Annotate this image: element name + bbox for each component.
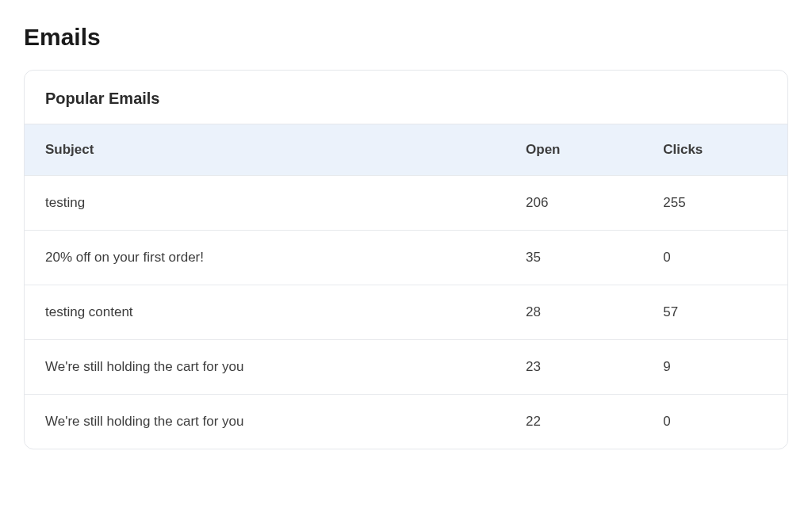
page-title: Emails — [24, 24, 788, 51]
emails-table: Subject Open Clicks testing 206 255 20% … — [25, 124, 787, 449]
cell-open: 28 — [505, 285, 642, 340]
cell-subject: We're still holding the cart for you — [25, 340, 505, 395]
cell-open: 35 — [505, 231, 642, 285]
table-row[interactable]: testing content 28 57 — [25, 285, 787, 340]
cell-clicks: 9 — [642, 340, 787, 395]
cell-clicks: 57 — [642, 285, 787, 340]
cell-open: 206 — [505, 176, 642, 231]
cell-open: 22 — [505, 395, 642, 449]
column-header-open: Open — [505, 124, 642, 176]
cell-subject: testing content — [25, 285, 505, 340]
table-row[interactable]: testing 206 255 — [25, 176, 787, 231]
table-row[interactable]: We're still holding the cart for you 23 … — [25, 340, 787, 395]
cell-open: 23 — [505, 340, 642, 395]
cell-clicks: 0 — [642, 231, 787, 285]
card-header: Popular Emails — [25, 71, 787, 124]
popular-emails-card: Popular Emails Subject Open Clicks testi… — [24, 70, 788, 449]
table-row[interactable]: 20% off on your first order! 35 0 — [25, 231, 787, 285]
column-header-clicks: Clicks — [642, 124, 787, 176]
table-row[interactable]: We're still holding the cart for you 22 … — [25, 395, 787, 449]
cell-clicks: 0 — [642, 395, 787, 449]
cell-subject: We're still holding the cart for you — [25, 395, 505, 449]
cell-subject: testing — [25, 176, 505, 231]
table-header-row: Subject Open Clicks — [25, 124, 787, 176]
column-header-subject: Subject — [25, 124, 505, 176]
cell-clicks: 255 — [642, 176, 787, 231]
cell-subject: 20% off on your first order! — [25, 231, 505, 285]
